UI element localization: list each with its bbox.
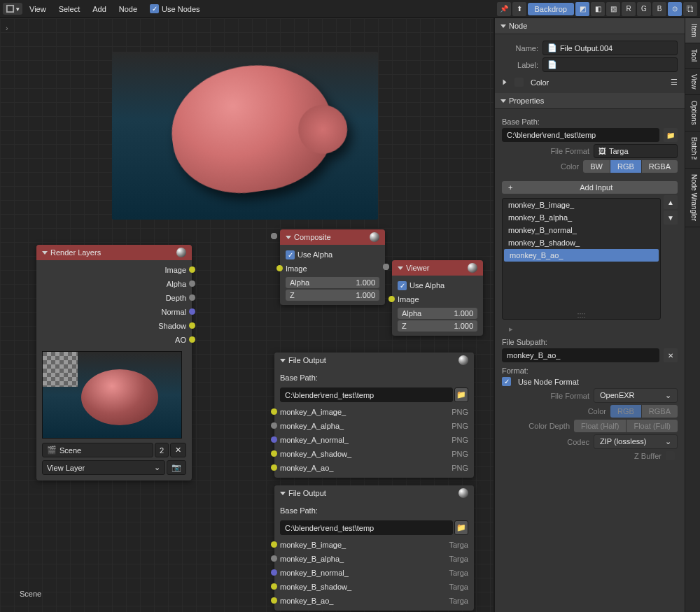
preview-icon[interactable] — [458, 488, 468, 498]
scene-dropdown[interactable]: 🎬Scene — [42, 443, 153, 457]
render-button[interactable]: 📷 — [167, 460, 186, 475]
z-value[interactable]: Z1.000 — [286, 290, 379, 301]
menu-view[interactable]: View — [24, 2, 52, 16]
socket-ao[interactable] — [189, 336, 195, 343]
channel-b[interactable]: B — [652, 2, 666, 16]
socket-z[interactable] — [383, 264, 389, 270]
color-rgba[interactable]: RGBA — [642, 160, 678, 173]
parent-icon[interactable]: ⬆ — [512, 2, 526, 16]
base-path-field[interactable]: C:\blender\rend_test\temp — [280, 387, 453, 402]
tab-view[interactable]: View — [685, 69, 700, 96]
scene-remove[interactable]: ✕ — [170, 443, 186, 457]
folder-icon[interactable]: 📁 — [454, 387, 468, 402]
file-format-dropdown[interactable]: 🖼Targa — [594, 144, 678, 158]
node-header[interactable]: Composite — [280, 229, 385, 245]
add-input-plus[interactable]: + — [504, 183, 517, 192]
node-render-layers[interactable]: Render Layers Image Alpha Depth Normal S… — [36, 245, 192, 481]
socket-image[interactable] — [276, 265, 283, 271]
move-down-icon[interactable]: ▼ — [664, 211, 678, 225]
expand-icon[interactable]: ▸ — [509, 325, 678, 334]
socket-in[interactable] — [271, 436, 277, 443]
socket-in[interactable] — [271, 555, 277, 562]
viewlayer-dropdown[interactable]: View Layer⌄ — [42, 460, 165, 475]
base-path-field[interactable]: C:\blender\rend_test\temp — [502, 128, 659, 142]
file-subpath-field[interactable]: monkey_B_ao_ — [502, 348, 659, 362]
scene-users[interactable]: 2 — [155, 443, 169, 457]
socket-in[interactable] — [271, 583, 277, 590]
channel-alpha-icon[interactable]: ▨ — [606, 2, 620, 16]
menu-select[interactable]: Select — [53, 2, 86, 16]
tab-batch[interactable]: Batch™ — [685, 131, 700, 169]
move-up-icon[interactable]: ▲ — [664, 195, 678, 209]
node-viewer[interactable]: Viewer Use Alpha Image Alpha1.000 Z1.000 — [392, 260, 483, 336]
socket-in[interactable] — [271, 464, 277, 471]
alpha-value[interactable]: Alpha1.000 — [398, 308, 477, 319]
channel-combined-icon[interactable]: ◩ — [575, 2, 589, 16]
color-expand-icon[interactable] — [503, 80, 507, 85]
socket-alpha[interactable] — [189, 280, 195, 287]
color-bw[interactable]: BW — [583, 160, 610, 173]
inputs-list[interactable]: monkey_B_image_monkey_B_alpha_monkey_B_n… — [502, 198, 661, 320]
channel-r[interactable]: R — [622, 2, 636, 16]
node-header[interactable]: Render Layers — [36, 245, 192, 260]
node-header[interactable]: File Output — [274, 485, 474, 501]
socket-depth[interactable] — [189, 294, 195, 301]
tab-node-wrangler[interactable]: Node Wrangler — [685, 169, 700, 227]
snap-icon[interactable]: ⊙ — [668, 2, 682, 16]
alpha-value[interactable]: Alpha1.000 — [286, 277, 379, 288]
color-checkbox[interactable] — [514, 78, 524, 87]
socket-in[interactable] — [271, 450, 277, 457]
input-list-item[interactable]: monkey_B_shadow_ — [503, 236, 660, 249]
node-file-output-b[interactable]: File Output Base Path: C:\blender\rend_t… — [274, 485, 474, 611]
name-field[interactable]: 📄File Output.004 — [542, 41, 678, 55]
channel-color-icon[interactable]: ◧ — [591, 2, 605, 16]
socket-in[interactable] — [271, 408, 277, 415]
editor-type-button[interactable]: ▾ — [3, 3, 22, 15]
socket-in[interactable] — [271, 569, 277, 576]
z-value[interactable]: Z1.000 — [398, 320, 477, 332]
collapse-icon[interactable] — [398, 266, 403, 270]
menu-icon[interactable]: ☰ — [671, 78, 678, 87]
socket-z[interactable] — [271, 233, 277, 239]
base-path-field[interactable]: C:\blender\rend_test\temp — [280, 520, 453, 535]
menu-node[interactable]: Node — [113, 2, 143, 16]
add-input-button[interactable]: Add Input — [517, 183, 676, 192]
input-list-item[interactable]: monkey_B_ao_ — [504, 249, 659, 262]
preview-icon[interactable] — [468, 263, 477, 273]
tab-tool[interactable]: Tool — [685, 43, 700, 68]
node-header[interactable]: File Output — [274, 353, 474, 368]
label-field[interactable]: 📄 — [542, 57, 678, 72]
folder-icon[interactable]: 📁 — [454, 520, 468, 535]
socket-shadow[interactable] — [189, 322, 195, 329]
tab-options[interactable]: Options — [685, 95, 700, 131]
preview-icon[interactable] — [370, 232, 379, 242]
node-editor-area[interactable]: › Render Layers Image Alpha Depth Normal… — [0, 18, 493, 612]
use-nodes-checkbox[interactable] — [150, 4, 159, 13]
collapse-icon[interactable] — [280, 492, 286, 495]
properties-panel-header[interactable]: Properties — [495, 93, 685, 109]
channel-g[interactable]: G — [637, 2, 651, 16]
socket-in[interactable] — [271, 422, 277, 429]
socket-image[interactable] — [388, 296, 395, 302]
collapse-icon[interactable] — [500, 24, 506, 28]
node-panel-header[interactable]: Node — [495, 18, 685, 34]
input-list-item[interactable]: monkey_B_alpha_ — [503, 211, 660, 224]
remove-icon[interactable]: ✕ — [664, 348, 678, 362]
collapse-icon[interactable] — [286, 236, 291, 239]
node-composite[interactable]: Composite Use Alpha Image Alpha1.000 Z1.… — [280, 229, 385, 305]
use-alpha-checkbox[interactable] — [398, 281, 407, 290]
socket-image[interactable] — [189, 266, 195, 273]
socket-in[interactable] — [271, 541, 277, 548]
list-grip-icon[interactable]: :::: — [503, 311, 660, 319]
socket-normal[interactable] — [189, 308, 195, 315]
color-rgb[interactable]: RGB — [610, 160, 642, 173]
input-list-item[interactable]: monkey_B_image_ — [503, 199, 660, 211]
use-node-format-checkbox[interactable] — [502, 377, 511, 386]
collapse-icon[interactable] — [500, 99, 506, 103]
menu-add[interactable]: Add — [87, 2, 112, 16]
node-header[interactable]: Viewer — [392, 260, 483, 276]
collapse-icon[interactable] — [42, 251, 48, 255]
input-list-item[interactable]: monkey_B_normal_ — [503, 224, 660, 236]
preview-icon[interactable] — [176, 248, 186, 257]
preview-icon[interactable] — [458, 355, 468, 365]
